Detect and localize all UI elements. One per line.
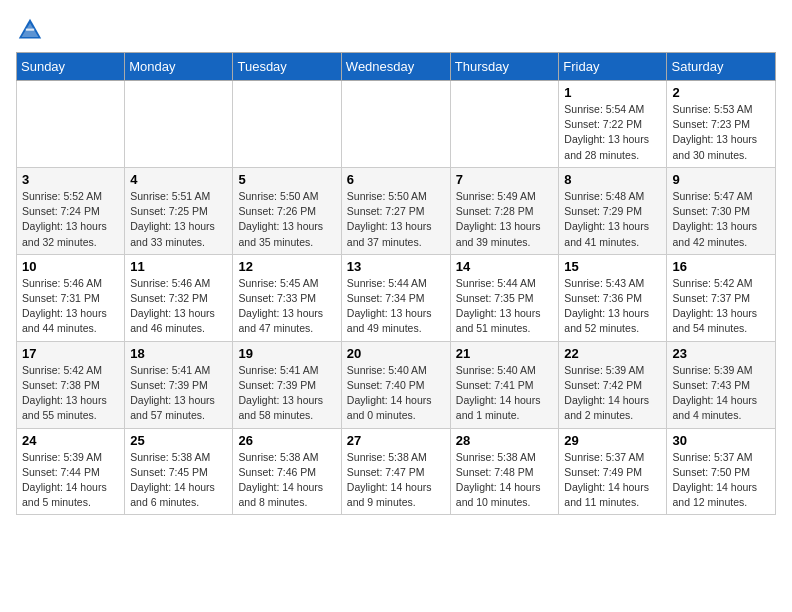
day-info: Sunrise: 5:53 AMSunset: 7:23 PMDaylight:… [672, 102, 770, 163]
day-number: 28 [456, 433, 554, 448]
day-number: 12 [238, 259, 335, 274]
calendar-cell: 2Sunrise: 5:53 AMSunset: 7:23 PMDaylight… [667, 81, 776, 168]
day-info: Sunrise: 5:39 AMSunset: 7:44 PMDaylight:… [22, 450, 119, 511]
calendar-week-row: 3Sunrise: 5:52 AMSunset: 7:24 PMDaylight… [17, 167, 776, 254]
calendar-cell [17, 81, 125, 168]
day-info: Sunrise: 5:43 AMSunset: 7:36 PMDaylight:… [564, 276, 661, 337]
svg-rect-2 [26, 29, 34, 31]
day-number: 10 [22, 259, 119, 274]
day-info: Sunrise: 5:37 AMSunset: 7:49 PMDaylight:… [564, 450, 661, 511]
day-info: Sunrise: 5:42 AMSunset: 7:38 PMDaylight:… [22, 363, 119, 424]
day-number: 22 [564, 346, 661, 361]
day-number: 13 [347, 259, 445, 274]
calendar-cell: 3Sunrise: 5:52 AMSunset: 7:24 PMDaylight… [17, 167, 125, 254]
day-number: 1 [564, 85, 661, 100]
calendar-cell: 17Sunrise: 5:42 AMSunset: 7:38 PMDayligh… [17, 341, 125, 428]
calendar-cell: 23Sunrise: 5:39 AMSunset: 7:43 PMDayligh… [667, 341, 776, 428]
header-monday: Monday [125, 53, 233, 81]
day-number: 21 [456, 346, 554, 361]
day-info: Sunrise: 5:52 AMSunset: 7:24 PMDaylight:… [22, 189, 119, 250]
calendar-cell: 19Sunrise: 5:41 AMSunset: 7:39 PMDayligh… [233, 341, 341, 428]
day-number: 4 [130, 172, 227, 187]
day-number: 19 [238, 346, 335, 361]
header-tuesday: Tuesday [233, 53, 341, 81]
calendar-cell: 7Sunrise: 5:49 AMSunset: 7:28 PMDaylight… [450, 167, 559, 254]
day-number: 14 [456, 259, 554, 274]
day-info: Sunrise: 5:48 AMSunset: 7:29 PMDaylight:… [564, 189, 661, 250]
calendar-cell: 10Sunrise: 5:46 AMSunset: 7:31 PMDayligh… [17, 254, 125, 341]
day-number: 6 [347, 172, 445, 187]
day-info: Sunrise: 5:37 AMSunset: 7:50 PMDaylight:… [672, 450, 770, 511]
calendar-cell: 21Sunrise: 5:40 AMSunset: 7:41 PMDayligh… [450, 341, 559, 428]
day-number: 2 [672, 85, 770, 100]
header-sunday: Sunday [17, 53, 125, 81]
calendar-cell: 6Sunrise: 5:50 AMSunset: 7:27 PMDaylight… [341, 167, 450, 254]
day-info: Sunrise: 5:44 AMSunset: 7:35 PMDaylight:… [456, 276, 554, 337]
calendar-header-row: SundayMondayTuesdayWednesdayThursdayFrid… [17, 53, 776, 81]
day-info: Sunrise: 5:54 AMSunset: 7:22 PMDaylight:… [564, 102, 661, 163]
calendar-cell: 22Sunrise: 5:39 AMSunset: 7:42 PMDayligh… [559, 341, 667, 428]
day-info: Sunrise: 5:38 AMSunset: 7:48 PMDaylight:… [456, 450, 554, 511]
day-info: Sunrise: 5:41 AMSunset: 7:39 PMDaylight:… [130, 363, 227, 424]
day-number: 20 [347, 346, 445, 361]
calendar-cell: 26Sunrise: 5:38 AMSunset: 7:46 PMDayligh… [233, 428, 341, 515]
day-number: 15 [564, 259, 661, 274]
calendar-cell: 13Sunrise: 5:44 AMSunset: 7:34 PMDayligh… [341, 254, 450, 341]
day-info: Sunrise: 5:39 AMSunset: 7:43 PMDaylight:… [672, 363, 770, 424]
calendar-week-row: 24Sunrise: 5:39 AMSunset: 7:44 PMDayligh… [17, 428, 776, 515]
day-number: 24 [22, 433, 119, 448]
day-number: 30 [672, 433, 770, 448]
day-number: 27 [347, 433, 445, 448]
logo-icon [16, 16, 44, 44]
calendar-week-row: 17Sunrise: 5:42 AMSunset: 7:38 PMDayligh… [17, 341, 776, 428]
calendar-week-row: 10Sunrise: 5:46 AMSunset: 7:31 PMDayligh… [17, 254, 776, 341]
calendar-cell: 15Sunrise: 5:43 AMSunset: 7:36 PMDayligh… [559, 254, 667, 341]
calendar-cell: 9Sunrise: 5:47 AMSunset: 7:30 PMDaylight… [667, 167, 776, 254]
day-info: Sunrise: 5:46 AMSunset: 7:32 PMDaylight:… [130, 276, 227, 337]
calendar-cell [233, 81, 341, 168]
calendar-cell [125, 81, 233, 168]
day-info: Sunrise: 5:47 AMSunset: 7:30 PMDaylight:… [672, 189, 770, 250]
calendar-cell: 30Sunrise: 5:37 AMSunset: 7:50 PMDayligh… [667, 428, 776, 515]
day-number: 3 [22, 172, 119, 187]
day-info: Sunrise: 5:50 AMSunset: 7:26 PMDaylight:… [238, 189, 335, 250]
day-info: Sunrise: 5:42 AMSunset: 7:37 PMDaylight:… [672, 276, 770, 337]
calendar-cell: 27Sunrise: 5:38 AMSunset: 7:47 PMDayligh… [341, 428, 450, 515]
calendar-cell: 8Sunrise: 5:48 AMSunset: 7:29 PMDaylight… [559, 167, 667, 254]
day-number: 7 [456, 172, 554, 187]
day-number: 18 [130, 346, 227, 361]
calendar-cell [341, 81, 450, 168]
day-info: Sunrise: 5:39 AMSunset: 7:42 PMDaylight:… [564, 363, 661, 424]
day-info: Sunrise: 5:49 AMSunset: 7:28 PMDaylight:… [456, 189, 554, 250]
page-header [16, 16, 776, 44]
logo [16, 16, 48, 44]
header-saturday: Saturday [667, 53, 776, 81]
day-info: Sunrise: 5:40 AMSunset: 7:40 PMDaylight:… [347, 363, 445, 424]
day-info: Sunrise: 5:41 AMSunset: 7:39 PMDaylight:… [238, 363, 335, 424]
day-number: 16 [672, 259, 770, 274]
day-number: 11 [130, 259, 227, 274]
day-info: Sunrise: 5:40 AMSunset: 7:41 PMDaylight:… [456, 363, 554, 424]
calendar-cell: 24Sunrise: 5:39 AMSunset: 7:44 PMDayligh… [17, 428, 125, 515]
calendar-cell: 20Sunrise: 5:40 AMSunset: 7:40 PMDayligh… [341, 341, 450, 428]
day-number: 17 [22, 346, 119, 361]
header-friday: Friday [559, 53, 667, 81]
calendar-cell: 11Sunrise: 5:46 AMSunset: 7:32 PMDayligh… [125, 254, 233, 341]
day-info: Sunrise: 5:46 AMSunset: 7:31 PMDaylight:… [22, 276, 119, 337]
day-info: Sunrise: 5:38 AMSunset: 7:46 PMDaylight:… [238, 450, 335, 511]
calendar-cell: 29Sunrise: 5:37 AMSunset: 7:49 PMDayligh… [559, 428, 667, 515]
day-number: 8 [564, 172, 661, 187]
calendar-cell: 4Sunrise: 5:51 AMSunset: 7:25 PMDaylight… [125, 167, 233, 254]
calendar-cell: 28Sunrise: 5:38 AMSunset: 7:48 PMDayligh… [450, 428, 559, 515]
day-info: Sunrise: 5:45 AMSunset: 7:33 PMDaylight:… [238, 276, 335, 337]
calendar-cell: 14Sunrise: 5:44 AMSunset: 7:35 PMDayligh… [450, 254, 559, 341]
day-number: 29 [564, 433, 661, 448]
day-info: Sunrise: 5:44 AMSunset: 7:34 PMDaylight:… [347, 276, 445, 337]
day-info: Sunrise: 5:38 AMSunset: 7:45 PMDaylight:… [130, 450, 227, 511]
day-number: 9 [672, 172, 770, 187]
day-number: 25 [130, 433, 227, 448]
day-info: Sunrise: 5:51 AMSunset: 7:25 PMDaylight:… [130, 189, 227, 250]
header-thursday: Thursday [450, 53, 559, 81]
day-number: 26 [238, 433, 335, 448]
calendar-cell: 1Sunrise: 5:54 AMSunset: 7:22 PMDaylight… [559, 81, 667, 168]
